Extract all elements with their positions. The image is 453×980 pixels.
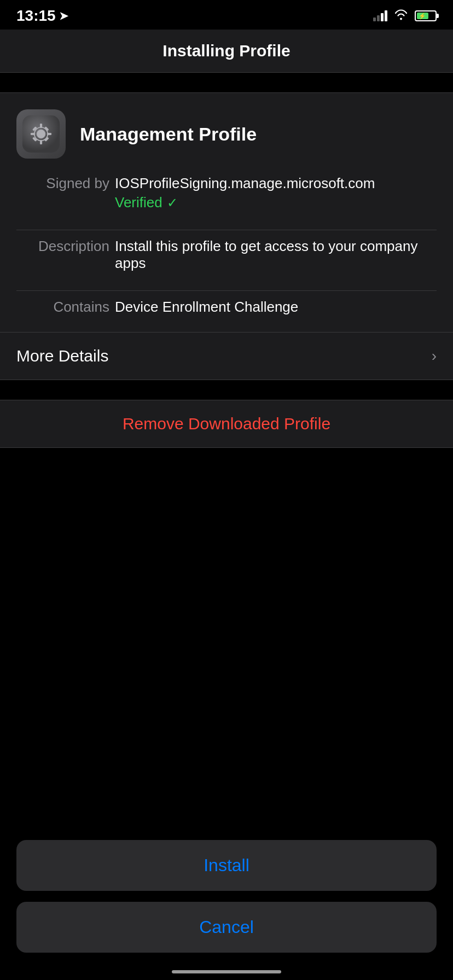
verified-badge: Verified ✓ [115, 194, 375, 211]
description-value: Install this profile to get access to yo… [115, 238, 437, 272]
checkmark-icon: ✓ [167, 195, 178, 211]
more-details-row[interactable]: More Details › [0, 332, 453, 380]
location-icon: ➤ [59, 9, 68, 22]
remove-section: Remove Downloaded Profile [0, 400, 453, 448]
signed-by-value: IOSProfileSigning.manage.microsoft.com [115, 175, 375, 192]
install-button[interactable]: Install [16, 840, 437, 891]
signed-by-row: Signed by IOSProfileSigning.manage.micro… [16, 175, 437, 211]
svg-rect-5 [31, 133, 35, 135]
description-label: Description [16, 238, 109, 255]
install-label: Install [204, 855, 249, 875]
svg-rect-4 [40, 140, 42, 144]
contains-value: Device Enrollment Challenge [115, 299, 437, 316]
signal-icon [373, 10, 387, 21]
wifi-icon [394, 9, 408, 23]
cancel-button[interactable]: Cancel [16, 902, 437, 953]
page-title: Installing Profile [162, 42, 290, 60]
svg-point-1 [37, 130, 45, 138]
status-icons: ⚡ [373, 9, 437, 23]
divider-1 [16, 230, 437, 230]
profile-name: Management Profile [80, 124, 257, 145]
gear-svg [22, 115, 60, 153]
remove-profile-button[interactable]: Remove Downloaded Profile [0, 400, 453, 447]
divider-2 [16, 290, 437, 291]
profile-icon [16, 109, 66, 159]
time-display: 13:15 [16, 7, 56, 25]
description-row: Description Install this profile to get … [16, 238, 437, 272]
signed-by-value-block: IOSProfileSigning.manage.microsoft.com V… [115, 175, 375, 211]
contains-row: Contains Device Enrollment Challenge [16, 299, 437, 316]
chevron-right-icon: › [432, 347, 437, 365]
svg-rect-6 [47, 133, 51, 135]
remove-label: Remove Downloaded Profile [123, 415, 330, 433]
profile-card: Management Profile Signed by IOSProfileS… [0, 92, 453, 332]
contains-label: Contains [16, 299, 109, 316]
battery-icon: ⚡ [415, 10, 437, 21]
status-bar: 13:15 ➤ ⚡ [0, 0, 453, 30]
signed-by-label: Signed by [16, 175, 109, 192]
profile-header: Management Profile [16, 109, 437, 159]
home-indicator [172, 970, 281, 973]
svg-rect-3 [40, 124, 42, 128]
profile-details: Signed by IOSProfileSigning.manage.micro… [16, 175, 437, 316]
verified-text: Verified [115, 194, 162, 211]
cancel-label: Cancel [199, 917, 254, 937]
status-time: 13:15 ➤ [16, 7, 68, 25]
more-details-label: More Details [16, 347, 108, 365]
page-header: Installing Profile [0, 30, 453, 73]
bottom-buttons: Install Cancel [0, 840, 453, 953]
